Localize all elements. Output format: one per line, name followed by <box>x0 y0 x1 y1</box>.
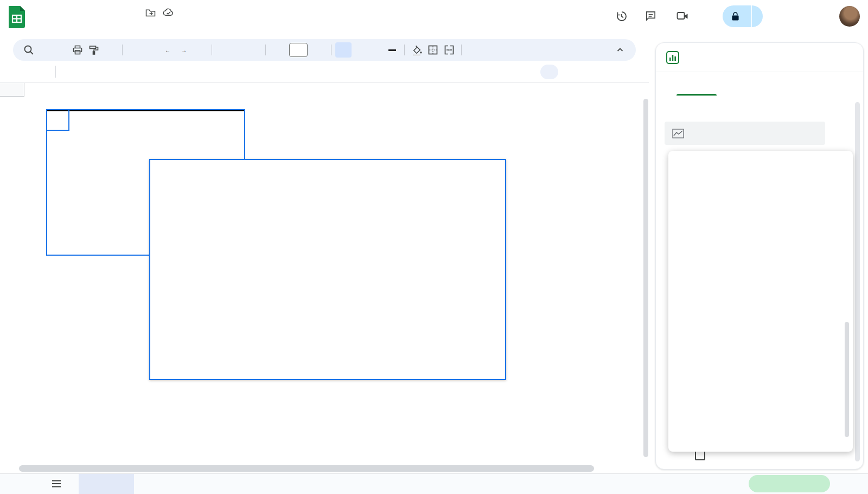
top-bar <box>0 0 868 36</box>
dropdown-scrollbar[interactable] <box>845 322 849 437</box>
horizontal-scrollbar[interactable] <box>19 465 594 472</box>
cloud-saved-icon[interactable] <box>163 8 174 19</box>
borders-icon[interactable] <box>425 42 441 58</box>
move-folder-icon[interactable] <box>145 8 156 20</box>
fill-color-icon[interactable] <box>409 42 425 58</box>
toolbar-separator <box>122 45 123 55</box>
line-chart-icon <box>672 129 684 138</box>
toolbar: ← → <box>13 39 636 61</box>
chart-editor-header <box>656 43 863 72</box>
chart-type-select[interactable] <box>665 122 825 145</box>
increase-font-size-button[interactable] <box>311 42 327 58</box>
lock-icon <box>731 11 739 21</box>
strikethrough-button[interactable] <box>368 42 384 58</box>
toolbar-separator <box>404 45 405 55</box>
comments-icon[interactable] <box>644 10 657 24</box>
redo-icon[interactable] <box>53 42 69 58</box>
share-button[interactable] <box>723 5 763 27</box>
toolbar-separator <box>212 45 212 55</box>
font-select[interactable] <box>216 42 261 58</box>
vertical-scrollbar[interactable] <box>643 99 648 457</box>
summarize-data-button[interactable] <box>540 65 558 79</box>
share-button-main[interactable] <box>723 11 751 21</box>
font-size-input[interactable] <box>289 43 308 57</box>
format-currency-button[interactable] <box>126 42 143 58</box>
decrease-decimal-button[interactable]: ← <box>159 42 175 58</box>
search-icon[interactable] <box>21 42 37 58</box>
version-history-icon[interactable] <box>615 10 628 25</box>
avatar[interactable] <box>839 6 860 27</box>
embedded-chart[interactable] <box>149 159 506 380</box>
more-toolbar-icon[interactable] <box>465 42 482 58</box>
panel-scrollbar[interactable] <box>855 102 860 461</box>
format-percent-button[interactable] <box>143 42 159 58</box>
print-icon[interactable] <box>69 42 86 58</box>
formula-bar <box>0 61 649 83</box>
share-divider <box>751 5 752 27</box>
sheet-tab-bar <box>0 473 868 494</box>
all-sheets-icon[interactable] <box>51 479 62 490</box>
italic-button[interactable] <box>352 42 368 58</box>
divider <box>55 66 56 78</box>
paint-format-icon[interactable] <box>86 42 102 58</box>
merge-cells-icon[interactable] <box>441 42 457 58</box>
zoom-control[interactable] <box>102 42 118 58</box>
sheet-tab[interactable] <box>79 474 134 494</box>
decrease-font-size-button[interactable] <box>270 42 286 58</box>
active-tab-underline <box>676 94 717 96</box>
increase-decimal-button[interactable]: → <box>175 42 192 58</box>
toolbar-separator <box>461 45 462 55</box>
sheets-logo-icon <box>9 6 25 28</box>
undo-icon[interactable] <box>37 42 53 58</box>
chart-type-dropdown <box>668 151 853 452</box>
toolbar-separator <box>331 45 331 55</box>
toolbar-separator <box>265 45 266 55</box>
chart-editor-icon <box>666 50 680 65</box>
text-color-button[interactable] <box>384 42 400 58</box>
sum-badge[interactable] <box>749 475 830 492</box>
chart-plot <box>150 160 505 379</box>
collapse-toolbar-icon[interactable] <box>612 42 628 58</box>
bold-button[interactable] <box>335 42 352 58</box>
video-call-icon[interactable] <box>676 10 689 24</box>
more-formats-button[interactable] <box>192 42 208 58</box>
grid-corner[interactable] <box>0 83 24 97</box>
